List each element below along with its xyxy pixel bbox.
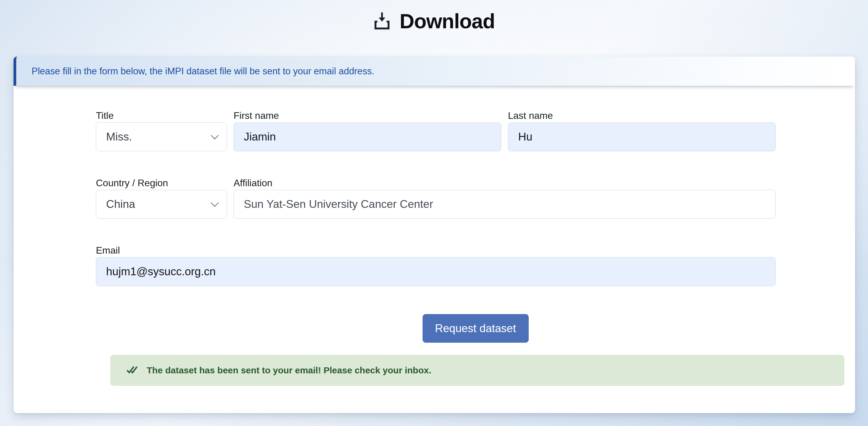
page-root: { "page": { "title": "Download" }, "info… bbox=[0, 0, 868, 426]
check-all-icon bbox=[126, 364, 139, 377]
affiliation-input[interactable] bbox=[234, 190, 776, 219]
main-card: Please fill in the form below, the iMPI … bbox=[13, 57, 855, 413]
title-select[interactable]: Miss. bbox=[96, 122, 227, 151]
email-field-group: Email bbox=[96, 244, 776, 286]
first-name-input[interactable] bbox=[234, 122, 501, 151]
affiliation-field-group: Affiliation bbox=[234, 176, 776, 219]
first-name-label: First name bbox=[234, 109, 501, 122]
submit-button-wrapper: Request dataset bbox=[96, 314, 855, 343]
success-alert-text: The dataset has been sent to your email!… bbox=[147, 365, 431, 375]
country-select[interactable]: China bbox=[96, 190, 227, 219]
last-name-input[interactable] bbox=[508, 122, 776, 151]
title-field-group: Title Miss. bbox=[96, 109, 227, 151]
country-label: Country / Region bbox=[96, 176, 227, 190]
affiliation-label: Affiliation bbox=[234, 176, 776, 190]
download-form: Title Miss. First name Last name Country… bbox=[13, 86, 855, 386]
page-title: Download bbox=[400, 9, 495, 33]
form-row-3: Email bbox=[96, 244, 855, 286]
country-select-value: China bbox=[106, 198, 135, 210]
title-label: Title bbox=[96, 109, 227, 122]
form-row-2: Country / Region China Affiliation bbox=[96, 176, 855, 219]
info-alert-text: Please fill in the form below, the iMPI … bbox=[32, 66, 374, 77]
chevron-down-icon bbox=[211, 199, 219, 207]
last-name-field-group: Last name bbox=[508, 109, 776, 151]
success-alert: The dataset has been sent to your email!… bbox=[110, 355, 844, 386]
title-select-value: Miss. bbox=[106, 131, 132, 143]
info-alert: Please fill in the form below, the iMPI … bbox=[13, 57, 855, 86]
country-field-group: Country / Region China bbox=[96, 176, 227, 219]
request-dataset-button[interactable]: Request dataset bbox=[423, 314, 529, 343]
first-name-field-group: First name bbox=[234, 109, 501, 151]
chevron-down-icon bbox=[211, 131, 219, 139]
page-header: Download bbox=[0, 0, 868, 36]
download-icon bbox=[373, 11, 391, 31]
email-input[interactable] bbox=[96, 257, 776, 286]
email-label: Email bbox=[96, 244, 776, 257]
last-name-label: Last name bbox=[508, 109, 776, 122]
form-row-1: Title Miss. First name Last name bbox=[96, 109, 855, 151]
